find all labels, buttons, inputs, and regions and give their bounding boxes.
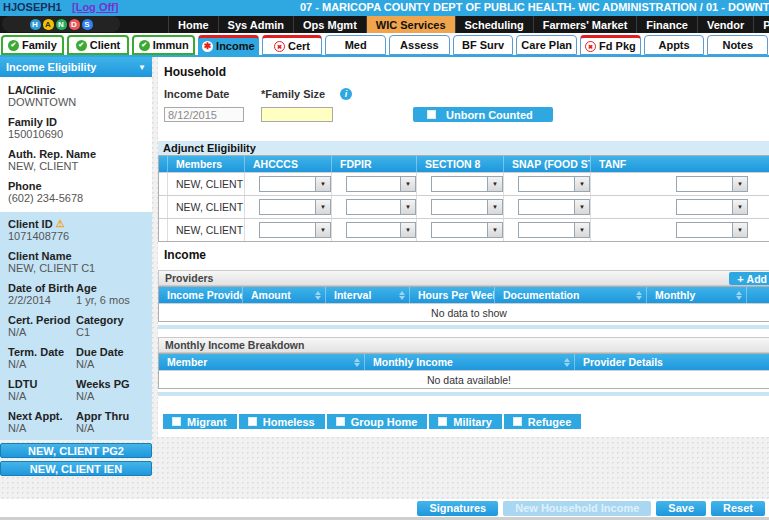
field-label: Client Name: [8, 250, 144, 262]
monthly-breakdown-table: Member Monthly Income Provider Details N…: [158, 353, 769, 389]
log-off-link[interactable]: [Log Off]: [72, 1, 118, 13]
field-label: Cert. Period: [8, 314, 76, 326]
logo-letter: N: [56, 19, 67, 30]
military-toggle[interactable]: Military: [429, 414, 502, 429]
tab-bf-surv[interactable]: BF Surv: [453, 35, 514, 55]
family-info-panel: LA/ClinicDOWNTOWN Family ID150010690 Aut…: [0, 77, 152, 212]
member-name: NEW, CLIENT C1: [167, 173, 244, 195]
column-header-provider-details[interactable]: Provider Details: [574, 354, 769, 370]
tab-family[interactable]: Family: [1, 35, 64, 55]
section8-dropdown[interactable]: [431, 176, 503, 192]
field-value: 150010690: [8, 128, 144, 140]
tab-cert[interactable]: Cert: [262, 35, 323, 55]
nav-item-program-integrity[interactable]: Program Integrity: [753, 16, 769, 33]
tab-label: Client: [90, 39, 121, 51]
logo-letter: H: [30, 19, 41, 30]
column-header-members: Members: [167, 156, 244, 172]
tab-assess[interactable]: Assess: [389, 35, 450, 55]
tanf-dropdown[interactable]: [676, 199, 748, 215]
unborn-counted-toggle[interactable]: Unborn Counted: [413, 107, 553, 122]
column-header-member[interactable]: Member: [159, 354, 364, 370]
tab-income[interactable]: Income: [198, 35, 259, 55]
fdpir-dropdown[interactable]: [346, 222, 416, 238]
tab-immun[interactable]: Immun: [132, 35, 195, 55]
logo-letter: D: [69, 19, 80, 30]
field-label: Weeks PG: [76, 378, 144, 390]
nav-item-finance[interactable]: Finance: [636, 16, 697, 33]
tab-med[interactable]: Med: [325, 35, 386, 55]
reset-button[interactable]: Reset: [711, 501, 765, 516]
homeless-toggle[interactable]: Homeless: [239, 414, 325, 429]
monthly-breakdown-label: Monthly Income Breakdown: [159, 339, 304, 351]
column-header-monthly-income[interactable]: Monthly Income: [364, 354, 574, 370]
adjunct-eligibility-table: Members AHCCCS FDPIR SECTION 8 SNAP (FOO…: [158, 155, 769, 242]
field-value: C1: [76, 326, 144, 338]
column-header-interval[interactable]: Interval: [325, 287, 409, 303]
client-button-pg2[interactable]: NEW, CLIENT PG2: [0, 443, 152, 458]
providers-label: Providers: [159, 272, 213, 284]
nav-item-ops-mgmt[interactable]: Ops Mgmt: [293, 16, 366, 33]
column-header-tanf: TANF: [590, 156, 769, 172]
tab-label: Med: [345, 39, 367, 51]
table-row: NEW, CLIENT IEN: [159, 195, 769, 218]
nav-item-sys-admin[interactable]: Sys Admin: [218, 16, 293, 33]
ahcccs-dropdown[interactable]: [259, 199, 331, 215]
column-header-snap: SNAP (FOOD STAMPS): [503, 156, 590, 172]
dropdown-arrow-icon: [574, 223, 589, 237]
tab-appts[interactable]: Appts: [644, 35, 705, 55]
snap-dropdown[interactable]: [518, 176, 590, 192]
nav-item-home[interactable]: Home: [168, 16, 218, 33]
section8-dropdown[interactable]: [431, 222, 503, 238]
info-icon[interactable]: [340, 88, 352, 100]
ahcccs-dropdown[interactable]: [259, 222, 331, 238]
sort-icon: [560, 358, 570, 367]
client-sidebar: Income Eligibility LA/ClinicDOWNTOWN Fam…: [0, 57, 152, 476]
dropdown-arrow-icon: [315, 200, 330, 214]
group-home-toggle[interactable]: Group Home: [327, 414, 428, 429]
column-header-amount[interactable]: Amount: [242, 287, 325, 303]
save-button[interactable]: Save: [656, 501, 706, 516]
section8-dropdown[interactable]: [431, 199, 503, 215]
client-button-ien[interactable]: NEW, CLIENT IEN: [0, 461, 152, 476]
column-header-monthly[interactable]: Monthly: [646, 287, 746, 303]
dropdown-arrow-icon: [315, 177, 330, 191]
income-date-input[interactable]: [164, 107, 244, 122]
column-header-income-provider[interactable]: Income Provider: [159, 287, 242, 303]
tab-label: Cert: [288, 40, 310, 52]
dropdown-arrow-icon: [487, 223, 502, 237]
tab-fd-pkg[interactable]: Fd Pkg: [580, 35, 641, 55]
column-header-hours-per-week[interactable]: Hours Per Week: [409, 287, 494, 303]
fdpir-dropdown[interactable]: [346, 199, 416, 215]
tab-notes[interactable]: Notes: [707, 35, 768, 55]
signatures-button[interactable]: Signatures: [417, 501, 498, 516]
tanf-dropdown[interactable]: [676, 176, 748, 192]
refugee-toggle[interactable]: Refugee: [504, 414, 581, 429]
new-household-income-button[interactable]: New Household Income: [503, 501, 651, 516]
nav-item-scheduling[interactable]: Scheduling: [455, 16, 533, 33]
ahcccs-dropdown[interactable]: [259, 176, 331, 192]
snap-dropdown[interactable]: [518, 222, 590, 238]
sidebar-section-dropdown[interactable]: Income Eligibility: [0, 57, 152, 77]
column-header-documentation[interactable]: Documentation: [494, 287, 646, 303]
nav-item-farmers-market[interactable]: Farmers' Market: [533, 16, 637, 33]
logo-letter: A: [43, 19, 54, 30]
monthly-breakdown-header-bar: Monthly Income Breakdown: [158, 337, 769, 353]
add-provider-button[interactable]: Add: [729, 272, 769, 285]
check-icon: [8, 40, 19, 51]
tab-client[interactable]: Client: [67, 35, 130, 55]
nav-item-wic-services[interactable]: WIC Services: [366, 16, 455, 33]
checkbox-icon: [248, 417, 257, 426]
nav-item-vendor[interactable]: Vendor: [697, 16, 753, 33]
nav-items: Home Sys Admin Ops Mgmt WIC Services Sch…: [168, 16, 769, 33]
field-value: 2/2/2014: [8, 294, 76, 306]
fdpir-dropdown[interactable]: [346, 176, 416, 192]
check-icon: [76, 40, 87, 51]
dropdown-arrow-icon: [574, 177, 589, 191]
check-icon: [139, 40, 150, 51]
migrant-toggle[interactable]: Migrant: [163, 414, 237, 429]
family-size-input[interactable]: [261, 107, 333, 122]
snap-dropdown[interactable]: [518, 199, 590, 215]
tab-care-plan[interactable]: Care Plan: [516, 35, 577, 55]
sort-icon: [350, 358, 360, 367]
tanf-dropdown[interactable]: [676, 222, 748, 238]
